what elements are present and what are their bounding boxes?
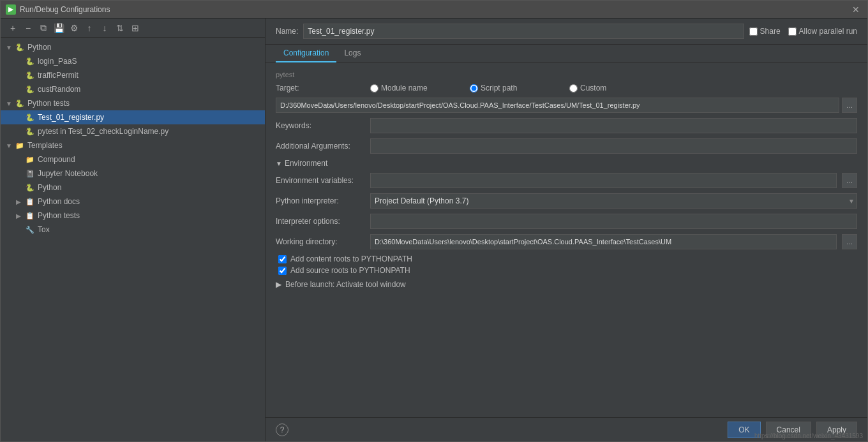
environment-section[interactable]: ▼ Environment xyxy=(276,159,857,168)
move-down-button[interactable]: ↓ xyxy=(98,21,112,35)
copy-config-button[interactable]: ⧉ xyxy=(36,21,50,35)
tree-item-traffic-permit[interactable]: 🐍 trafficPermit xyxy=(1,68,265,82)
module-name-radio[interactable] xyxy=(370,84,378,92)
sort-button[interactable]: ⇅ xyxy=(113,21,127,35)
keywords-row: Keywords: xyxy=(276,118,857,133)
tab-configuration[interactable]: Configuration xyxy=(276,45,336,63)
env-vars-label: Environment variables: xyxy=(276,176,365,185)
target-row: Target: Module name Script path Custo xyxy=(276,84,857,92)
interpreter-options-input[interactable] xyxy=(370,214,857,229)
tree-label: Compound xyxy=(38,155,75,164)
add-config-button[interactable]: + xyxy=(6,21,20,35)
tree-label: Python tests xyxy=(27,99,70,108)
tree-item-cust-random[interactable]: 🐍 custRandom xyxy=(1,82,265,96)
compound-icon: 📁 xyxy=(25,154,35,165)
jupyter-icon: 📓 xyxy=(25,168,35,179)
add-content-roots-row: Add content roots to PYTHONPATH xyxy=(276,254,857,263)
script-path-row: … xyxy=(276,98,857,113)
share-checkbox-label[interactable]: Share xyxy=(749,27,781,36)
module-name-radio-label[interactable]: Module name xyxy=(370,84,460,92)
python-interpreter-row: Python interpreter: Project Default (Pyt… xyxy=(276,193,857,209)
allow-parallel-checkbox[interactable] xyxy=(788,27,797,36)
config-tree: ▼ 🐍 Python 🐍 login_PaaS 🐍 trafficPermit xyxy=(1,38,265,441)
close-button[interactable]: ✕ xyxy=(849,3,862,16)
python-interpreter-select[interactable]: Project Default (Python 3.7) xyxy=(370,193,857,209)
app-icon: ▶ xyxy=(6,4,16,15)
python-tests-tpl-icon: 📋 xyxy=(25,210,35,221)
environment-arrow: ▼ xyxy=(276,160,282,167)
env-vars-browse-button[interactable]: … xyxy=(842,173,857,188)
py-file-icon: 🐍 xyxy=(25,70,35,80)
python-group-icon: 🐍 xyxy=(15,42,25,52)
tree-item-pytest-test02[interactable]: 🐍 pytest in Test_02_checkLoginName.py xyxy=(1,124,265,138)
custom-radio-label[interactable]: Custom xyxy=(569,84,659,92)
name-label: Name: xyxy=(276,27,298,36)
python-interpreter-label: Python interpreter: xyxy=(276,196,365,205)
add-content-roots-checkbox[interactable] xyxy=(278,255,287,263)
tree-label: pytest in Test_02_checkLoginName.py xyxy=(38,127,168,136)
script-path-radio[interactable] xyxy=(470,84,478,92)
remove-config-button[interactable]: − xyxy=(21,21,35,35)
additional-args-label: Additional Arguments: xyxy=(276,142,365,151)
header-actions: Share Allow parallel run xyxy=(749,27,857,36)
custom-radio[interactable] xyxy=(569,84,578,92)
before-launch-arrow: ▶ xyxy=(276,280,281,289)
working-dir-label: Working directory: xyxy=(276,237,365,246)
working-dir-input[interactable] xyxy=(370,234,837,249)
help-button[interactable]: ? xyxy=(276,424,288,436)
tree-label: Python xyxy=(38,183,61,192)
python-docs-icon: 📋 xyxy=(25,196,35,207)
main-content: + − ⧉ 💾 ⚙ ↑ ↓ ⇅ ⊞ ▼ 🐍 Python xyxy=(1,18,867,441)
move-up-button[interactable]: ↑ xyxy=(82,21,96,35)
additional-args-input[interactable] xyxy=(370,138,857,154)
working-dir-browse-button[interactable]: … xyxy=(842,234,857,249)
working-dir-row: Working directory: … xyxy=(276,234,857,249)
script-path-label: Script path xyxy=(481,84,517,92)
left-panel: + − ⧉ 💾 ⚙ ↑ ↓ ⇅ ⊞ ▼ 🐍 Python xyxy=(1,18,266,441)
tabs-bar: Configuration Logs xyxy=(266,45,867,63)
tree-item-test01[interactable]: 🐍 Test_01_register.py xyxy=(1,110,265,124)
keywords-input[interactable] xyxy=(370,118,857,133)
before-launch-section[interactable]: ▶ Before launch: Activate tool window xyxy=(276,280,857,289)
run-debug-dialog: ▶ Run/Debug Configurations ✕ + − ⧉ 💾 ⚙ ↑… xyxy=(0,0,868,442)
name-input[interactable] xyxy=(303,24,744,39)
settings-button[interactable]: ⚙ xyxy=(67,21,81,35)
tree-item-python-docs[interactable]: ▶ 📋 Python docs xyxy=(1,195,265,209)
expand-arrow: ▼ xyxy=(6,142,15,149)
interpreter-options-label: Interpreter options: xyxy=(276,217,365,226)
tree-label: Python tests xyxy=(38,211,80,220)
script-path-radio-label[interactable]: Script path xyxy=(470,84,559,92)
expand-arrow: ▶ xyxy=(16,212,25,219)
python-interpreter-select-wrapper: Project Default (Python 3.7) ▼ xyxy=(370,193,857,209)
save-config-button[interactable]: 💾 xyxy=(52,21,66,35)
name-row: Name: Share Allow parallel run xyxy=(266,18,867,45)
expand-button[interactable]: ⊞ xyxy=(128,21,142,35)
add-source-roots-checkbox[interactable] xyxy=(278,267,287,275)
tree-label: trafficPermit xyxy=(38,71,79,80)
config-toolbar: + − ⧉ 💾 ⚙ ↑ ↓ ⇅ ⊞ xyxy=(1,18,265,38)
script-path-input[interactable] xyxy=(276,98,839,113)
tree-item-python-tests-tpl[interactable]: ▶ 📋 Python tests xyxy=(1,209,265,223)
tree-item-python-tests-group[interactable]: ▼ 🐍 Python tests xyxy=(1,96,265,110)
form-area: pytest Target: Module name Script path xyxy=(266,63,867,417)
expand-arrow: ▶ xyxy=(16,198,25,205)
tree-item-jupyter[interactable]: 📓 Jupyter Notebook xyxy=(1,166,265,180)
module-name-label: Module name xyxy=(381,84,428,92)
add-content-roots-label: Add content roots to PYTHONPATH xyxy=(290,254,412,263)
tree-item-login-paas[interactable]: 🐍 login_PaaS xyxy=(1,54,265,68)
environment-label: Environment xyxy=(285,159,327,168)
tree-item-templates-group[interactable]: ▼ 📁 Templates xyxy=(1,138,265,152)
tree-item-python-tpl[interactable]: 🐍 Python xyxy=(1,180,265,195)
tree-label: login_PaaS xyxy=(38,57,77,66)
env-vars-input[interactable] xyxy=(370,173,837,188)
py-file-icon: 🐍 xyxy=(25,84,35,94)
tree-item-python-group[interactable]: ▼ 🐍 Python xyxy=(1,40,265,54)
script-path-browse-button[interactable]: … xyxy=(842,98,857,113)
tree-item-compound[interactable]: 📁 Compound xyxy=(1,152,265,166)
allow-parallel-checkbox-label[interactable]: Allow parallel run xyxy=(788,27,857,36)
additional-args-row: Additional Arguments: xyxy=(276,138,857,154)
share-checkbox[interactable] xyxy=(749,27,758,36)
tree-label: Python docs xyxy=(38,197,80,206)
tab-logs[interactable]: Logs xyxy=(336,45,368,63)
tree-item-tox[interactable]: 🔧 Tox xyxy=(1,223,265,237)
